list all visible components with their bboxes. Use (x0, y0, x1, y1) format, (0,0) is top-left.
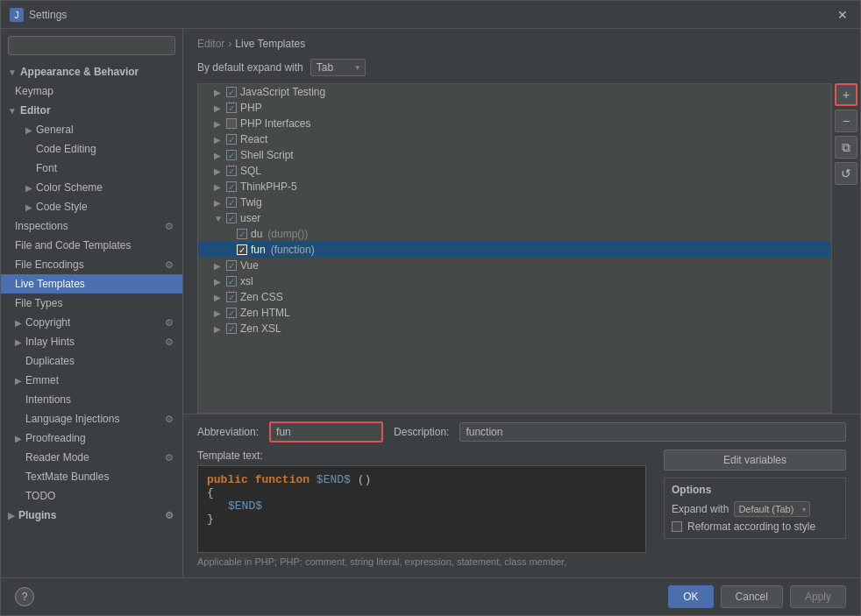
template-name: PHP (240, 102, 262, 114)
list-item[interactable]: ▶ ✓ Zen CSS (198, 289, 831, 305)
copy-template-button[interactable]: ⧉ (835, 136, 857, 159)
options-title: Options (672, 484, 838, 496)
chevron-right-icon: ▶ (214, 103, 223, 113)
template-list-area: ▶ ✓ JavaScript Testing ▶ ✓ PHP (183, 83, 860, 414)
list-item[interactable]: ▶ ✓ Zen HTML (198, 305, 831, 321)
breadcrumb-parent: Editor (197, 38, 224, 50)
sidebar-item-appearance[interactable]: ▼ Appearance & Behavior (1, 62, 182, 81)
chevron-right-icon: ▶ (214, 151, 223, 160)
list-item[interactable]: ▶ ✓ Twig (198, 195, 831, 210)
breadcrumb-separator: › (228, 38, 231, 50)
template-preview[interactable]: public function $END$ () { $END$ (197, 465, 646, 553)
description-label: Description: (394, 426, 449, 438)
keyword-public: public (207, 473, 248, 486)
expand-with-select[interactable]: Tab Space Enter (310, 59, 366, 76)
list-item[interactable]: ✓ du (dump()) (198, 226, 831, 242)
template-checkbox[interactable]: ✓ (226, 103, 237, 113)
settings-icon: ⚙ (165, 414, 174, 425)
settings-icon: ⚙ (165, 317, 174, 329)
sidebar-item-language-injections[interactable]: Language Injections ⚙ (1, 409, 182, 428)
template-checkbox[interactable]: ✓ (226, 323, 237, 334)
list-item[interactable]: ▶ ✓ React (198, 131, 831, 147)
template-checkbox[interactable]: ✓ (226, 260, 237, 271)
expand-with-select-wrapper: Default (Tab) Tab Space Enter (734, 501, 810, 517)
template-checkbox[interactable]: ✓ (237, 229, 247, 239)
template-checkbox[interactable]: ✓ (226, 292, 237, 302)
sidebar-item-intentions[interactable]: Intentions (1, 390, 182, 409)
apply-button[interactable]: Apply (790, 585, 846, 608)
sidebar-item-emmet[interactable]: ▶ Emmet (1, 371, 182, 390)
list-item[interactable]: ▶ ✓ xsl (198, 273, 831, 289)
list-item[interactable]: ✓ fun (function) (198, 242, 831, 258)
chevron-right-icon: ▶ (214, 324, 223, 334)
expand-with-select2[interactable]: Default (Tab) Tab Space Enter (734, 501, 810, 517)
template-checkbox[interactable] (226, 118, 237, 129)
settings-icon: ⚙ (165, 452, 174, 464)
description-input[interactable] (459, 422, 846, 442)
template-checkbox[interactable]: ✓ (226, 213, 237, 223)
list-item[interactable]: ▶ ✓ Zen XSL (198, 321, 831, 336)
sidebar-item-code-style[interactable]: ▶ Code Style (1, 197, 182, 216)
sidebar-item-file-encodings[interactable]: File Encodings ⚙ (1, 255, 182, 274)
sidebar-item-file-types[interactable]: File Types (1, 294, 182, 313)
chevron-right-icon: ▶ (214, 182, 223, 192)
list-item[interactable]: ▶ ✓ Shell Script (198, 147, 831, 163)
template-checkbox[interactable]: ✓ (226, 276, 237, 287)
template-checkbox[interactable]: ✓ (226, 197, 237, 208)
list-item[interactable]: ▶ ✓ PHP (198, 100, 831, 116)
template-checkbox[interactable]: ✓ (237, 244, 247, 255)
template-checkbox[interactable]: ✓ (226, 150, 237, 160)
reformat-checkbox[interactable] (672, 521, 682, 532)
search-input[interactable] (8, 36, 175, 55)
list-item[interactable]: ▶ PHP Interfaces (198, 116, 831, 131)
cancel-button[interactable]: Cancel (721, 585, 783, 608)
sidebar-item-font[interactable]: Font (1, 159, 182, 178)
template-name: ThinkPHP-5 (240, 181, 297, 193)
template-checkbox[interactable]: ✓ (226, 134, 237, 145)
remove-template-button[interactable]: − (835, 110, 857, 132)
ok-button[interactable]: OK (668, 585, 713, 608)
expand-label: By default expand with (197, 61, 303, 74)
sidebar-item-color-scheme[interactable]: ▶ Color Scheme (1, 178, 182, 197)
sidebar-item-duplicates[interactable]: Duplicates (1, 351, 182, 371)
list-item[interactable]: ▶ ✓ ThinkPHP-5 (198, 179, 831, 195)
abbreviation-input[interactable] (269, 421, 383, 443)
sidebar-item-general[interactable]: ▶ General (1, 120, 182, 139)
chevron-right-icon: ▶ (214, 277, 223, 287)
sidebar-item-code-editing[interactable]: Code Editing (1, 139, 182, 159)
chevron-right-icon: ▶ (214, 166, 223, 176)
template-checkbox[interactable]: ✓ (226, 166, 237, 176)
sidebar-item-live-templates[interactable]: Live Templates (1, 274, 182, 294)
sidebar-item-file-code-templates[interactable]: File and Code Templates (1, 236, 182, 255)
sidebar-item-inlay-hints[interactable]: ▶ Inlay Hints ⚙ (1, 332, 182, 351)
reset-template-button[interactable]: ↺ (835, 162, 857, 185)
close-button[interactable]: ✕ (834, 6, 851, 24)
add-template-button[interactable]: + (835, 83, 857, 106)
sidebar-item-plugins[interactable]: ▶ Plugins ⚙ (1, 506, 182, 525)
sidebar-item-reader-mode[interactable]: Reader Mode ⚙ (1, 448, 182, 467)
list-item[interactable]: ▶ ✓ Vue (198, 258, 831, 273)
edit-variables-button[interactable]: Edit variables (664, 450, 846, 471)
keyword-end2: $END$ (228, 499, 262, 513)
right-options: Edit variables Options Expand with Defau… (653, 450, 846, 567)
template-list[interactable]: ▶ ✓ JavaScript Testing ▶ ✓ PHP (197, 83, 832, 414)
abbreviation-label: Abbreviation: (197, 426, 259, 438)
expand-with-label: Expand with (672, 503, 729, 515)
keyword-end: $END$ (317, 473, 351, 486)
app-icon: J (10, 8, 24, 22)
list-item[interactable]: ▼ ✓ user (198, 210, 831, 226)
sidebar-item-copyright[interactable]: ▶ Copyright ⚙ (1, 313, 182, 332)
template-checkbox[interactable]: ✓ (226, 87, 237, 97)
list-item[interactable]: ▶ ✓ JavaScript Testing (198, 84, 831, 100)
sidebar-item-todo[interactable]: TODO (1, 486, 182, 506)
sidebar-item-keymap[interactable]: Keymap (1, 81, 182, 101)
sidebar-item-textmate-bundles[interactable]: TextMate Bundles (1, 467, 182, 486)
template-checkbox[interactable]: ✓ (226, 308, 237, 318)
help-button[interactable]: ? (15, 587, 34, 606)
sidebar-item-editor[interactable]: ▼ Editor (1, 101, 182, 120)
sidebar-item-proofreading[interactable]: ▶ Proofreading (1, 428, 182, 448)
template-name: du (251, 228, 262, 240)
template-checkbox[interactable]: ✓ (226, 181, 237, 192)
list-item[interactable]: ▶ ✓ SQL (198, 163, 831, 179)
sidebar-item-inspections[interactable]: Inspections ⚙ (1, 216, 182, 236)
